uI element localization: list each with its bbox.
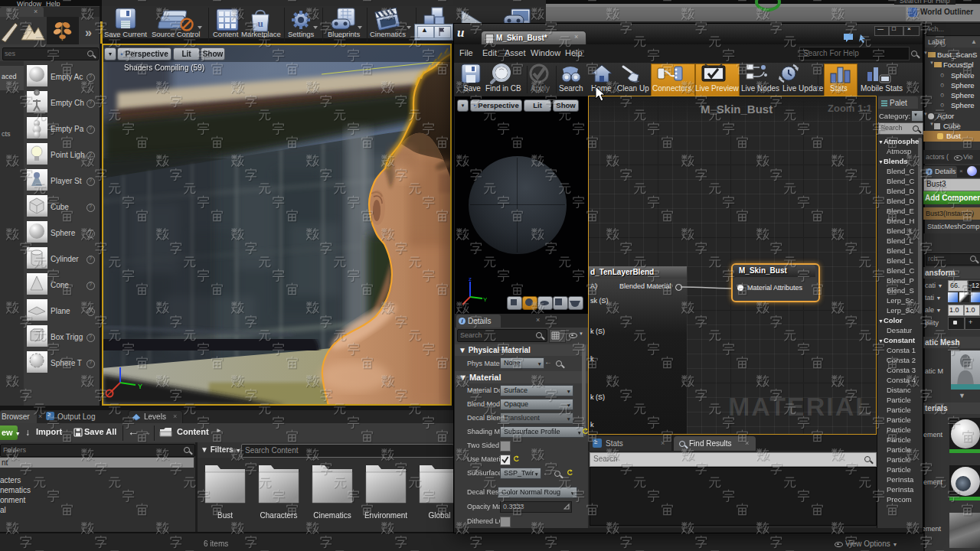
svg-text:»: » (85, 26, 92, 39)
svg-text:u: u (257, 18, 263, 29)
svg-text:Y: Y (138, 383, 142, 390)
svg-text:Y: Y (483, 296, 487, 303)
svg-text:z: z (469, 276, 472, 282)
